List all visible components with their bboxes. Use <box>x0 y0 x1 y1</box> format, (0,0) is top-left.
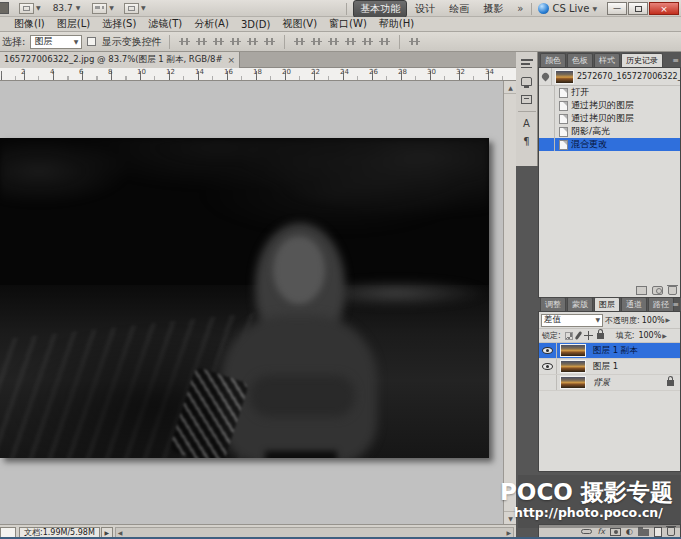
panel-tab[interactable]: 通道 <box>621 297 647 311</box>
new-layer-icon[interactable] <box>654 527 662 537</box>
arrange-documents-button[interactable]: ▼ <box>92 3 114 14</box>
new-document-from-state-icon[interactable] <box>636 286 647 295</box>
workspace-button[interactable]: 设计 <box>409 1 441 17</box>
scroll-right-icon[interactable]: ▶ <box>506 529 511 536</box>
new-snapshot-icon[interactable] <box>652 286 663 295</box>
panel-menu-icon[interactable]: ≡ <box>672 300 679 309</box>
add-layer-mask-icon[interactable] <box>610 528 621 536</box>
layer-row[interactable]: 图层 1 <box>539 359 680 375</box>
history-brush-well[interactable] <box>539 125 555 138</box>
auto-select-dropdown[interactable]: 图层 ▼ <box>30 35 82 49</box>
panel-tab[interactable]: 蒙版 <box>567 297 593 311</box>
history-brush-well[interactable] <box>539 68 552 85</box>
workspace-overflow-button[interactable]: » <box>515 3 525 14</box>
menu-item[interactable]: 帮助(H) <box>373 17 420 31</box>
workspace-button[interactable]: 摄影 <box>477 1 509 17</box>
history-step-row[interactable]: 通过拷贝的图层 <box>539 99 680 112</box>
adjustment-layer-icon[interactable]: ◐ <box>626 528 633 536</box>
visibility-toggle[interactable] <box>539 359 557 374</box>
paragraph-panel-icon[interactable]: ¶ <box>518 134 536 149</box>
horizontal-ruler[interactable]: 246810121416182022242628303234 <box>0 68 516 81</box>
history-brush-well[interactable] <box>539 112 555 125</box>
menu-item[interactable]: 视图(V) <box>276 17 323 31</box>
workspace-button[interactable]: 绘画 <box>443 1 475 17</box>
visibility-toggle[interactable] <box>539 343 557 358</box>
close-button[interactable]: × <box>649 2 679 15</box>
opacity-control[interactable]: 100% ▶ <box>642 316 671 325</box>
align-horizontal-centers-icon[interactable] <box>246 36 259 47</box>
layer-style-icon[interactable]: fx <box>597 528 605 536</box>
minimize-button[interactable]: — <box>607 2 627 15</box>
distribute-horizontal-centers-icon[interactable] <box>361 36 374 47</box>
align-left-edges-icon[interactable] <box>229 36 242 47</box>
panel-tab[interactable]: 历史记录 <box>621 53 663 67</box>
lock-pixels-icon[interactable] <box>574 331 582 340</box>
horizontal-scrollbar[interactable]: ◀ ▶ <box>115 527 514 538</box>
menu-item[interactable]: 图像(I) <box>8 17 51 31</box>
workspace-button[interactable]: 基本功能 <box>353 0 407 18</box>
delete-layer-icon[interactable] <box>667 527 675 536</box>
history-brush-well[interactable] <box>539 86 555 99</box>
menu-item[interactable]: 3D(D) <box>235 19 277 30</box>
distribute-right-edges-icon[interactable] <box>378 36 391 47</box>
history-step-row[interactable]: 混合更改 <box>539 138 680 151</box>
history-step-row[interactable]: 打开 <box>539 86 680 99</box>
distribute-vertical-centers-icon[interactable] <box>310 36 323 47</box>
status-zoom-field[interactable] <box>0 527 16 538</box>
align-top-edges-icon[interactable] <box>178 36 191 47</box>
new-group-icon[interactable] <box>638 529 649 536</box>
history-snapshot-row[interactable]: 2572670_165727006322_2.jpg <box>539 68 680 86</box>
distribute-top-edges-icon[interactable] <box>293 36 306 47</box>
layer-thumbnail[interactable] <box>560 344 586 357</box>
snapshot-thumbnail[interactable] <box>555 70 574 84</box>
screen-mode-button[interactable]: ▼ <box>124 3 146 14</box>
brush-panel-icon[interactable] <box>518 56 536 71</box>
history-brush-well[interactable] <box>539 99 555 112</box>
panel-tab[interactable]: 图层 <box>594 297 620 311</box>
fill-control[interactable]: 100% ▶ <box>638 331 667 340</box>
distribute-left-edges-icon[interactable] <box>344 36 357 47</box>
menu-item[interactable]: 窗口(W) <box>323 17 373 31</box>
canvas-image[interactable] <box>0 138 489 458</box>
panel-tab[interactable]: 调整 <box>540 297 566 311</box>
view-extras-button[interactable]: ▼ <box>19 3 41 14</box>
lock-position-icon[interactable] <box>584 331 593 340</box>
layer-thumbnail[interactable] <box>560 360 586 373</box>
align-bottom-edges-icon[interactable] <box>212 36 225 47</box>
align-vertical-centers-icon[interactable] <box>195 36 208 47</box>
auto-align-layers-icon[interactable] <box>408 36 421 47</box>
history-step-row[interactable]: 通过拷贝的图层 <box>539 112 680 125</box>
menu-item[interactable]: 分析(A) <box>188 17 235 31</box>
visibility-toggle[interactable] <box>539 375 557 390</box>
panel-menu-icon[interactable]: ≡ <box>672 56 679 65</box>
history-step-row[interactable]: 阴影/高光 <box>539 125 680 138</box>
clone-source-panel-icon[interactable] <box>518 74 536 89</box>
blend-mode-dropdown[interactable]: 差值 ▼ <box>541 314 603 327</box>
panel-tab[interactable]: 色板 <box>567 53 593 67</box>
layer-thumbnail[interactable] <box>560 376 586 389</box>
layer-row[interactable]: 图层 1 副本 <box>539 343 680 359</box>
zoom-level-control[interactable]: 83.7 ▼ <box>51 3 83 13</box>
lock-transparency-icon[interactable] <box>565 332 573 340</box>
close-document-icon[interactable]: × <box>227 55 235 65</box>
menu-item[interactable]: 滤镜(T) <box>142 17 188 31</box>
menu-item[interactable]: 图层(L) <box>51 17 96 31</box>
show-transform-checkbox[interactable] <box>87 37 96 46</box>
cs-live-button[interactable]: CS Live ▼ <box>538 3 597 14</box>
layer-row[interactable]: 背景 <box>539 375 680 391</box>
panel-tab[interactable]: 样式 <box>594 53 620 67</box>
info-panel-icon[interactable] <box>518 92 536 107</box>
history-brush-well[interactable] <box>539 138 555 151</box>
document-tab[interactable]: 165727006322_2.jpg @ 83.7%(图层 1 副本, RGB/… <box>0 52 240 68</box>
restore-button[interactable] <box>628 2 648 15</box>
panel-tab[interactable]: 路径 <box>648 297 674 311</box>
vertical-scrollbar[interactable]: ▲ ▼ <box>503 81 516 524</box>
delete-state-icon[interactable] <box>668 286 677 295</box>
menu-item[interactable]: 选择(S) <box>96 17 142 31</box>
lock-all-icon[interactable] <box>597 333 604 339</box>
status-flyout-button[interactable]: ▶ <box>101 527 113 538</box>
scroll-left-icon[interactable]: ◀ <box>118 529 123 536</box>
bridge-icon[interactable] <box>0 2 9 14</box>
link-layers-icon[interactable] <box>581 529 592 534</box>
align-right-edges-icon[interactable] <box>263 36 276 47</box>
